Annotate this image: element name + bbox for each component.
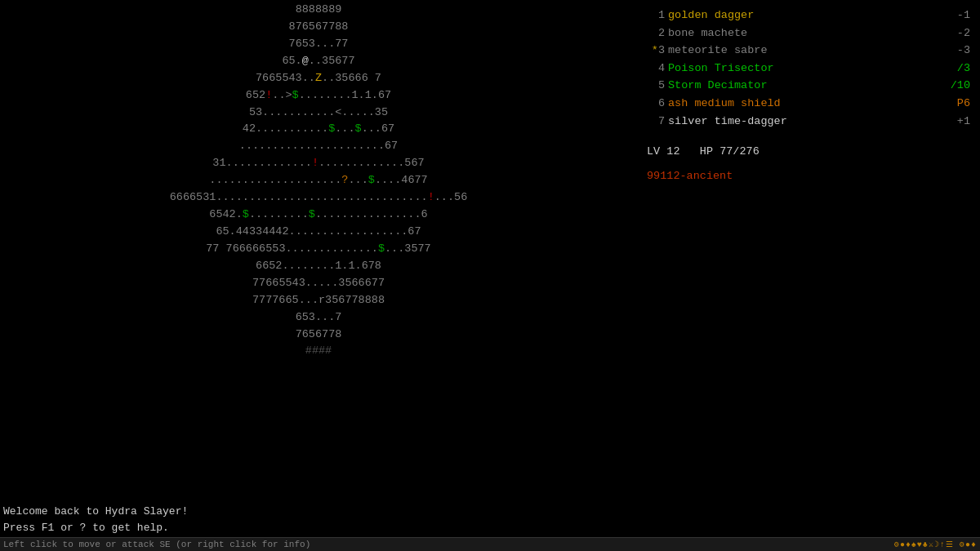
map-char: 6652........1.1.678: [256, 260, 381, 272]
map-char: .............567: [318, 157, 425, 169]
map-char: .....35: [341, 106, 388, 118]
inv-item-name: Storm Decimator: [668, 77, 938, 95]
map-char: 7656778: [296, 328, 342, 340]
map-line: 7656778: [0, 327, 637, 344]
map-char: ..: [272, 89, 285, 101]
map-char: $: [355, 122, 362, 135]
stat-hp-label: HP: [700, 145, 713, 158]
inv-item-val: /10: [941, 77, 970, 95]
map-char: ......................67: [239, 140, 398, 152]
map-char: 652: [246, 89, 265, 101]
map-char: 6666531................................: [170, 191, 428, 203]
map-line: 7665543..Z..35666 7: [0, 70, 637, 87]
inv-item-val: -3: [941, 42, 970, 60]
map-char: ####: [305, 344, 332, 357]
inv-item-num: 6: [647, 95, 665, 113]
map-char: 653...7: [296, 311, 342, 323]
map-line: 77665543.....3566677: [0, 275, 637, 292]
inv-item-name: ash medium shield: [668, 95, 938, 113]
map-line: 6652........1.1.678: [0, 258, 637, 275]
map-char: ...: [348, 174, 368, 186]
map-line: ......................67: [0, 138, 637, 155]
inventory-item[interactable]: 1golden dagger-1: [647, 7, 970, 24]
map-char: 356778888: [325, 294, 385, 306]
map-line: 65.@..35677: [0, 53, 637, 70]
map-char: 7653...77: [289, 38, 349, 50]
map-char: >: [285, 89, 292, 101]
map-char: ................6: [315, 208, 428, 220]
status-text: 99112-ancient: [647, 167, 970, 185]
map-line: 8888889: [0, 2, 637, 19]
inv-item-name: bone machete: [668, 24, 938, 42]
inv-item-star: *: [652, 44, 658, 56]
inventory-item[interactable]: 6ash medium shieldP6: [647, 95, 970, 113]
messages: Welcome back to Hydra Slayer! Press F1 o…: [0, 502, 980, 537]
map-char: !: [312, 157, 318, 169]
game-map: 88888898765677887653...7765.@..356777665…: [0, 0, 637, 514]
map-char: r: [318, 294, 325, 306]
map-char: 8888889: [296, 3, 342, 16]
map-line: 7777665...r356778888: [0, 292, 637, 309]
inv-item-val: /3: [941, 60, 970, 78]
map-char: 77665543.....3566677: [252, 277, 385, 289]
inv-item-name: Poison Trisector: [668, 60, 938, 78]
map-line: 876567788: [0, 19, 637, 36]
map-char: ...56: [434, 191, 468, 203]
stats-area: LV 12 HP 77/276: [647, 143, 970, 161]
inventory-item[interactable]: 4Poison Trisector/3: [647, 60, 970, 78]
map-char: $: [309, 208, 315, 220]
inv-item-num: 1: [647, 7, 665, 24]
map-char: ...3577: [385, 242, 431, 255]
inventory-item[interactable]: 5Storm Decimator/10: [647, 77, 970, 95]
inv-item-name: meteorite sabre: [668, 42, 938, 60]
inv-item-num: 5: [647, 77, 665, 95]
map-line: 31.............!.............567: [0, 155, 637, 172]
sidebar: 1golden dagger-12bone machete-2*3meteori…: [637, 0, 980, 514]
map-char: 65.: [282, 55, 301, 67]
map-line: 53...........<.....35: [0, 104, 637, 122]
map-char: ....................: [209, 174, 341, 186]
map-char: ....4677: [375, 174, 428, 186]
inv-item-num-val: 3: [658, 44, 665, 56]
map-char: ..35666 7: [322, 72, 381, 84]
map-char: 7777665...: [252, 294, 318, 306]
inv-item-name: silver time-dagger: [668, 113, 938, 131]
inv-item-name: golden dagger: [668, 7, 938, 24]
map-char: 65.44334442..................67: [216, 225, 421, 238]
map-char: .........: [249, 208, 309, 220]
message-line2: Press F1 or ? to get help.: [3, 520, 977, 536]
inventory-item[interactable]: *3meteorite sabre-3: [647, 42, 970, 60]
message-line1: Welcome back to Hydra Slayer!: [3, 504, 977, 520]
inv-item-val: -1: [941, 7, 970, 24]
inv-item-val: P6: [941, 95, 970, 113]
map-char: $: [243, 208, 249, 220]
map-char: $: [292, 89, 299, 101]
map-char: Z: [315, 72, 322, 84]
map-line: 7653...77: [0, 36, 637, 53]
map-char: ...67: [362, 122, 395, 135]
map-char: 6542.: [209, 208, 243, 220]
inventory-item[interactable]: 2bone machete-2: [647, 24, 970, 42]
map-line: 77 766666553..............$...3577: [0, 241, 637, 258]
map-char: 7665543..: [256, 72, 315, 84]
map-char: 53...........: [249, 106, 335, 118]
inv-item-val: +1: [941, 113, 970, 131]
map-line: 652!..>$........1.1.67: [0, 87, 637, 104]
map-line: ####: [0, 343, 637, 360]
map-line: ....................?...$....4677: [0, 172, 637, 189]
map-char: $: [368, 174, 375, 186]
status-icons: ⚙●♦♠♥♣⚔☽↑☰ ⚙●♦: [894, 540, 977, 549]
stat-lv-label: LV: [647, 145, 660, 158]
inventory-item[interactable]: 7silver time-dagger+1: [647, 113, 970, 131]
map-char: ........1.1.67: [299, 89, 391, 101]
map-char: $: [378, 242, 385, 255]
map-line: 653...7: [0, 309, 637, 327]
bottom-bar: Welcome back to Hydra Slayer! Press F1 o…: [0, 502, 980, 551]
inv-item-val: -2: [941, 24, 970, 42]
map-line: 65.44334442..................67: [0, 224, 637, 241]
map-char: @: [302, 55, 309, 67]
inv-item-num: *3: [647, 42, 665, 60]
map-char: 31.............: [212, 157, 312, 169]
map-char: ...: [335, 122, 354, 135]
map-line: 42...........$...$...67: [0, 121, 637, 138]
